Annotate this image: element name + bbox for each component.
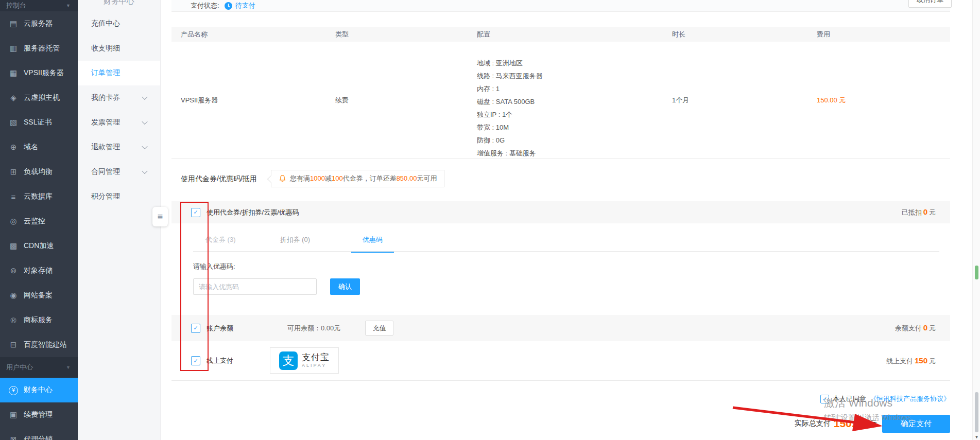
col-type: 类型 [335,30,477,39]
renewal-icon: ▣ [8,410,19,419]
service-agreement-link[interactable]: 《恒讯科技产品服务协议》 [870,394,950,403]
sidebar-item-cloud-monitor[interactable]: ◎云监控 [0,209,78,234]
sidebar-item-label: 负载均衡 [24,167,53,177]
sidebar-item-server-hosting[interactable]: ▥服务器托管 [0,36,78,61]
agreement-checkbox[interactable] [820,395,829,403]
sidebar-item-my-coupons[interactable]: 我的卡券 [78,85,160,110]
order-fee: 150.00 元 [817,96,950,105]
sidebar-item-contract-management[interactable]: 合同管理 [78,160,160,184]
sidebar-item-label: CDN加速 [24,241,54,251]
online-pay-amount: 线上支付150元 [886,356,950,366]
sidebar-item-points-management[interactable]: 积分管理 [78,184,160,209]
coupon-notice: 您有满1000减100代金券，订单还差850.00元可用 [271,170,444,187]
sidebar-item-baidu-site-builder[interactable]: ⊟百度智能建站 [0,332,78,357]
sidebar-section-console[interactable]: 控制台 ▼ [0,0,78,11]
sidebar-item-finance-center[interactable]: ¥财务中心 [0,378,78,402]
config-line: 内存 : 1 [477,82,672,95]
sidebar-item-cloud-database[interactable]: ≡云数据库 [0,184,78,209]
agreement-row: 本人已同意 《恒讯科技产品服务协议》 [820,394,950,403]
sidebar-item-domain[interactable]: ⊕域名 [0,135,78,160]
sidebar-item-label: 云数据库 [24,192,53,201]
cancel-order-button[interactable]: 取消订单 [908,0,952,8]
item-label: 积分管理 [91,192,120,201]
bell-icon [279,174,286,183]
online-pay-label: 线上支付 [207,356,233,365]
order-type: 续费 [335,96,477,105]
alipay-logo-icon: 支 [279,351,298,370]
scrollbar-down-arrow[interactable]: ▼ [973,435,980,439]
balance-label: 账户余额 [207,324,233,333]
tab-voucher[interactable]: 代金券 (3) [194,233,247,252]
col-config: 配置 [477,30,672,39]
sidebar-item-cloud-server[interactable]: ▤云服务器 [0,11,78,36]
sidebar-item-trademark[interactable]: ®商标服务 [0,308,78,332]
coupon-panel-header: 使用代金券/折扣券/云票/优惠码 已抵扣0元 [171,201,950,223]
confirm-pay-button[interactable]: 确定支付 [882,415,950,433]
col-duration: 时长 [672,30,817,39]
confirm-code-button[interactable]: 确认 [330,278,360,295]
sidebar-item-label: 服务器托管 [24,44,60,53]
order-duration: 1个月 [672,96,817,105]
col-product-name: 产品名称 [171,30,335,39]
alipay-option[interactable]: 支 支付宝 ALIPAY [270,347,339,374]
primary-sidebar: 控制台 ▼ ▤云服务器 ▥服务器托管 ▦VPSII服务器 ◈云虚拟主机 ▧SSL… [0,0,78,440]
chevron-down-icon [142,168,147,174]
balance-checkbox[interactable] [191,324,200,333]
item-label: 合同管理 [91,167,120,177]
console-label: 控制台 [6,1,26,10]
page-scrollbar[interactable]: ▼ [972,0,980,440]
sidebar-item-renewal[interactable]: ▣续费管理 [0,402,78,427]
total-unit: 元 [870,419,877,428]
online-pay-checkbox[interactable] [191,356,200,365]
sidebar-item-agent-distribution[interactable]: ⊠代理分销 [0,427,78,440]
sidebar-item-income-expense[interactable]: 收支明细 [78,36,160,61]
config-line: 磁盘 : SATA 500GB [477,95,672,108]
recharge-button[interactable]: 充值 [365,321,393,336]
scrollbar-marker [975,266,978,279]
sidebar-item-object-storage[interactable]: ⊚对象存储 [0,258,78,283]
sidebar-item-invoice-management[interactable]: 发票管理 [78,110,160,135]
server-hosting-icon: ▥ [8,44,19,53]
sidebar-item-load-balancer[interactable]: ⊞负载均衡 [0,160,78,184]
sidebar-item-recharge-center[interactable]: 充值中心 [78,11,160,36]
globe-icon: ⊕ [8,143,19,152]
tab-discount-coupon[interactable]: 折扣券 (0) [269,233,322,252]
total-label: 实际总支付 [795,419,831,428]
payment-status-bar: 支付状态: 待支付 取消订单 [171,0,950,12]
sidebar-collapse-handle[interactable]: ≣ [152,207,168,226]
chevron-down-icon [142,119,147,125]
use-coupon-checkbox[interactable] [191,208,200,217]
sidebar-item-ssl-cert[interactable]: ▧SSL证书 [0,110,78,135]
promo-code-label: 请输入优惠码: [193,262,235,271]
sidebar-item-label: VPSII服务器 [24,68,64,78]
agreement-text: 本人已同意 [833,394,866,403]
sidebar-item-cdn[interactable]: ▩CDN加速 [0,234,78,258]
sidebar-item-cloud-virtual-host[interactable]: ◈云虚拟主机 [0,85,78,110]
item-label: 我的卡券 [91,93,120,102]
collapse-icon: ≣ [157,213,163,221]
sidebar-item-order-management[interactable]: 订单管理 [78,61,160,85]
item-label: 收支明细 [91,44,120,53]
promo-code-input[interactable] [193,278,317,295]
sidebar-section-user-center[interactable]: 用户中心 ▼ [0,357,78,378]
item-label: 充值中心 [91,19,120,28]
balance-pay-amount: 余额支付0元 [895,323,950,333]
pending-clock-icon [225,2,232,10]
sidebar-item-label: 对象存储 [24,266,53,275]
sidebar-item-refund-management[interactable]: 退款管理 [78,135,160,160]
secondary-sidebar-title: 财务中心 [78,0,160,6]
config-line: 增值服务 : 基础服务 [477,147,672,160]
order-table-header: 产品名称 类型 配置 时长 费用 [171,27,950,42]
config-line: 带宽 : 10M [477,121,672,134]
sidebar-item-vpsii-server[interactable]: ▦VPSII服务器 [0,61,78,85]
cdn-icon: ▩ [8,241,19,251]
coupon-tabs: 代金券 (3) 折扣券 (0) 优惠码 [193,233,939,252]
config-line: 地域 : 亚洲地区 [477,57,672,69]
product-name: VPSII服务器 [171,96,335,105]
chevron-down-icon [142,94,147,100]
tab-promo-code[interactable]: 优惠码 [351,233,394,253]
scrollbar-thumb[interactable] [975,392,978,432]
sidebar-item-website-filing[interactable]: ◉网站备案 [0,283,78,308]
chevron-down-icon [142,144,147,149]
vps-server-icon: ▦ [8,68,19,78]
